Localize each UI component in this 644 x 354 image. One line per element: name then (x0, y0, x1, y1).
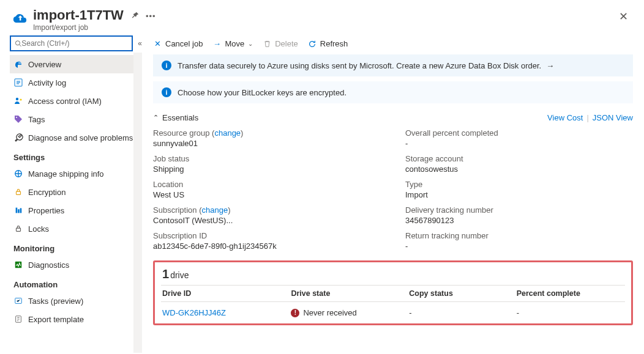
nav-heading-monitoring: Monitoring (10, 238, 142, 256)
nav-label: Manage shipping info (28, 169, 104, 179)
essentials-value[interactable]: sunnyvale01 (153, 139, 381, 148)
delete-icon (263, 40, 271, 48)
resource-icon (11, 10, 28, 27)
close-button[interactable]: ✕ (614, 7, 633, 26)
svg-point-3 (16, 98, 18, 100)
nav-encryption[interactable]: Encryption (10, 183, 142, 201)
essentials-item: Job statusShipping (153, 154, 381, 174)
error-icon: ! (291, 309, 299, 317)
nav-properties[interactable]: Properties (10, 201, 142, 219)
svg-rect-10 (20, 208, 22, 213)
refresh-button[interactable]: Refresh (308, 39, 348, 48)
essentials-key: Resource group (change) (153, 128, 381, 138)
nav-access-control[interactable]: Access control (IAM) (10, 92, 142, 110)
essentials-value: - (405, 139, 633, 148)
info-icon: i (162, 87, 171, 97)
essentials-key: Location (153, 180, 381, 189)
sidebar: « Overview Activity log Access control (… (0, 35, 142, 353)
arrow-right-icon: → (546, 61, 554, 70)
nav-automation: Tasks (preview) Export template (10, 292, 142, 328)
tags-icon (13, 114, 23, 124)
more-icon[interactable]: ••• (146, 12, 156, 21)
nav-locks[interactable]: Locks (10, 219, 142, 238)
essentials-key: Overall percent completed (405, 128, 633, 138)
essentials-item: TypeImport (405, 180, 633, 199)
drives-section: 1drive Drive ID Drive state Copy status … (153, 260, 633, 325)
search-input-wrapper[interactable] (10, 35, 133, 51)
col-percent: Percent complete (517, 289, 624, 298)
nav-label: Properties (28, 206, 64, 215)
essentials-item: LocationWest US (153, 180, 381, 199)
essentials-value[interactable]: contosowestus (405, 164, 633, 174)
iam-icon (13, 96, 23, 106)
col-drive-state: Drive state (291, 289, 409, 298)
nav-diagnostics[interactable]: Diagnostics (10, 256, 142, 274)
properties-icon (13, 205, 23, 215)
move-button[interactable]: → Move ⌄ (212, 39, 253, 48)
json-view-link[interactable]: JSON View (593, 113, 633, 122)
essentials-value: Import (405, 190, 633, 199)
essentials-key: Job status (153, 154, 381, 163)
page-subtitle: Import/export job (33, 23, 124, 32)
nav-shipping-info[interactable]: Manage shipping info (10, 164, 142, 183)
drive-id-link[interactable]: WD-GK26HJJ46Z (162, 308, 291, 317)
nav-export-template[interactable]: Export template (10, 310, 142, 328)
essentials-key: Return tracking number (405, 231, 633, 240)
command-bar: ✕ Cancel job → Move ⌄ Delete Refresh (142, 35, 644, 54)
drive-copy-status: - (409, 308, 516, 317)
essentials-item: Return tracking number- (405, 231, 633, 251)
export-template-icon (13, 314, 23, 324)
essentials-value[interactable]: ContosoIT (WestUS)... (153, 216, 381, 225)
nav-label: Activity log (28, 78, 66, 87)
nav-overview[interactable]: Overview (10, 55, 142, 73)
view-cost-link[interactable]: View Cost (547, 113, 583, 122)
search-icon (15, 40, 21, 47)
sidebar-scrollbar[interactable] (133, 53, 142, 353)
essentials-item: Overall percent completed- (405, 128, 633, 148)
cancel-job-button[interactable]: ✕ Cancel job (153, 39, 203, 48)
nav-label: Encryption (28, 188, 66, 197)
drive-percent: - (517, 308, 624, 317)
banner-text: Transfer data securely to Azure using di… (178, 61, 541, 70)
nav-settings: Manage shipping info Encryption Properti… (10, 164, 142, 238)
svg-line-1 (20, 45, 21, 46)
nav-tasks[interactable]: Tasks (preview) (10, 292, 142, 310)
essentials-item: Storage accountcontosowestus (405, 154, 633, 174)
activity-log-icon (13, 78, 23, 87)
collapse-sidebar-icon[interactable]: « (138, 39, 142, 48)
info-icon: i (162, 61, 171, 70)
nav-label: Tags (28, 115, 45, 124)
nav-tags[interactable]: Tags (10, 110, 142, 128)
nav-monitoring: Diagnostics (10, 256, 142, 274)
delete-button: Delete (263, 39, 298, 48)
nav-label: Diagnose and solve problems (28, 133, 133, 142)
svg-rect-8 (16, 208, 18, 213)
drives-header-row: Drive ID Drive state Copy status Percent… (161, 285, 625, 302)
blade-header: import-1T7TW Import/export job ••• ✕ (0, 0, 644, 35)
pin-icon[interactable] (131, 11, 140, 21)
lock-icon (13, 187, 23, 197)
nav-activity-log[interactable]: Activity log (10, 73, 142, 92)
bitlocker-banner[interactable]: i Choose how your BitLocker keys are enc… (153, 81, 633, 103)
page-title: import-1T7TW (33, 7, 124, 23)
essentials-toggle[interactable]: ⌃ Essentials (153, 113, 198, 122)
nav-diagnose[interactable]: Diagnose and solve problems (10, 128, 142, 147)
drive-state: !Never received (291, 308, 409, 317)
locks-icon (13, 224, 23, 234)
svg-point-4 (20, 98, 21, 100)
change-link[interactable]: change (202, 205, 228, 215)
essentials-value: 34567890123 (405, 216, 633, 225)
overview-icon (13, 59, 23, 69)
essentials-value: Shipping (153, 164, 381, 174)
chevron-down-icon: ⌄ (248, 40, 253, 47)
nav-label: Access control (IAM) (28, 97, 102, 106)
databox-banner[interactable]: i Transfer data securely to Azure using … (153, 54, 633, 76)
search-input[interactable] (21, 39, 128, 48)
svg-point-5 (16, 117, 17, 118)
essentials-item: Subscription IDab12345c-6de7-89f0-gh1ij2… (153, 231, 381, 251)
refresh-icon (308, 40, 316, 48)
nav-label: Locks (28, 224, 49, 234)
cancel-icon: ✕ (153, 40, 162, 48)
change-link[interactable]: change (214, 128, 241, 138)
diagnostics-icon (13, 260, 23, 270)
